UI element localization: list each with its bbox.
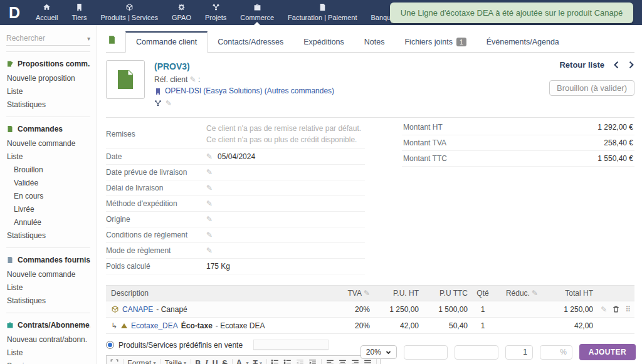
align-left-icon[interactable] xyxy=(326,359,334,364)
banner-actions: Retour liste Brouillon (à valider) xyxy=(549,60,634,109)
object-picto-icon xyxy=(107,35,117,46)
sidebar-item-propositions-statistiques[interactable]: Statistiques xyxy=(6,98,90,111)
underline-button[interactable]: U xyxy=(213,359,218,364)
nav-projets[interactable]: Projets xyxy=(198,0,233,25)
outdent-icon[interactable] xyxy=(296,359,304,364)
edit-pencil-icon[interactable]: ✎ xyxy=(206,231,213,239)
sidebar-item-fournisseurs-nouvelle-commande[interactable]: Nouvelle commande xyxy=(6,268,90,281)
product-search-input[interactable] xyxy=(253,340,329,350)
sidebar-item-validee[interactable]: Validée xyxy=(6,176,90,189)
field-label: Date prévue de livraison xyxy=(106,168,206,177)
sidebar-item-contrats-liste[interactable]: Liste xyxy=(6,346,90,359)
nav-accueil[interactable]: Accueil xyxy=(29,0,65,25)
edit-pencil-icon[interactable]: ✎ xyxy=(206,168,213,177)
remove-format-button[interactable]: Tx xyxy=(253,359,262,364)
sidebar-item-propositions-liste[interactable]: Liste xyxy=(6,85,90,98)
size-dropdown[interactable]: Taille▾ xyxy=(165,359,186,364)
field-montant-tva: Montant TVA 258,40 € xyxy=(402,135,634,151)
sidebar-item-nouvelle-commande[interactable]: Nouvelle commande xyxy=(6,137,90,150)
search-input[interactable] xyxy=(6,34,75,43)
back-to-list-link[interactable]: Retour liste xyxy=(559,60,604,70)
edit-pencil-icon[interactable]: ✎ xyxy=(206,184,213,192)
text-color-button[interactable]: A xyxy=(236,359,242,364)
align-right-icon[interactable] xyxy=(351,359,359,364)
sidebar-item-brouillon[interactable]: Brouillon xyxy=(6,163,90,176)
object-banner: (PROV3) Réf. client ✎ : OPEN-DSI (Easya … xyxy=(106,60,634,109)
sidebar-section-label: Contrats/Abonneme... xyxy=(18,321,90,330)
sidebar-item-annulee[interactable]: Annulée xyxy=(6,216,90,229)
trash-icon[interactable] xyxy=(612,305,620,313)
line-qty: 1 xyxy=(468,305,498,314)
edit-pencil-icon[interactable]: ✎ xyxy=(206,199,213,208)
chevron-left-icon[interactable] xyxy=(613,61,619,69)
edit-pencil-icon[interactable]: ✎ xyxy=(206,152,213,161)
nav-facturation-paiement[interactable]: Facturation | Paiement xyxy=(281,0,364,25)
edit-pencil-icon[interactable]: ✎ xyxy=(601,305,607,314)
sidebar-search[interactable]: ▾ xyxy=(6,34,90,46)
sidebar-item-nouveau-contrat[interactable]: Nouveau contrat/abonn. xyxy=(6,333,90,346)
col-reduc: Réduc.✎ xyxy=(498,289,538,298)
line-label: - Ecotaxe DEA xyxy=(216,321,265,330)
tab-expeditions[interactable]: Expéditions xyxy=(293,33,354,52)
tab-contacts-adresses[interactable]: Contacts/Adresses xyxy=(208,33,293,52)
edit-pencil-icon[interactable]: ✎ xyxy=(166,98,172,110)
edit-pencil-icon[interactable]: ✎ xyxy=(206,215,213,224)
predefined-product-radio[interactable] xyxy=(106,341,114,349)
field-label: Date xyxy=(106,152,206,161)
edit-pencil-icon[interactable]: ✎ xyxy=(364,289,370,298)
drag-handle-icon[interactable]: ⠿ xyxy=(625,305,631,314)
bold-button[interactable]: B xyxy=(195,359,201,364)
sidebar-section-commandes-fournisseurs[interactable]: Commandes fournis... xyxy=(6,254,90,268)
price-ht-input[interactable] xyxy=(404,345,448,360)
tab-commande-client[interactable]: Commande client xyxy=(125,31,208,53)
sidebar-item-fournisseurs-liste[interactable]: Liste xyxy=(6,281,90,294)
format-dropdown[interactable]: Format▾ xyxy=(127,359,155,364)
edit-pencil-icon[interactable]: ✎ xyxy=(206,246,213,255)
product-link[interactable]: Ecotaxe_DEA xyxy=(131,321,178,330)
lines-header-row: Description TVA✎ P.U. HT P.U TTC Qté Réd… xyxy=(106,285,634,301)
object-photo xyxy=(106,60,145,99)
sidebar-section-contrats[interactable]: Contrats/Abonneme... xyxy=(6,319,90,333)
tab-evenements-agenda[interactable]: Événements/Agenda xyxy=(476,33,569,52)
sidebar-section-commandes[interactable]: Commandes xyxy=(6,123,90,137)
vat-select[interactable]: 20% xyxy=(360,345,397,359)
tab-fichiers-joints[interactable]: Fichiers joints1 xyxy=(394,33,476,52)
indent-icon[interactable] xyxy=(308,359,317,364)
sidebar-item-commandes-liste[interactable]: Liste xyxy=(6,150,90,163)
ref-client-colon: : xyxy=(198,75,200,84)
price-ttc-input[interactable] xyxy=(455,345,498,360)
nav-gpao[interactable]: GPAO xyxy=(165,0,198,25)
nav-label: Projets xyxy=(205,14,226,21)
sidebar-section-propositions[interactable]: Propositions comm... xyxy=(6,58,90,71)
nav-tiers[interactable]: Tiers xyxy=(65,0,93,25)
app-logo[interactable]: D xyxy=(0,0,29,25)
sidebar-item-contrats-services[interactable]: Services xyxy=(6,359,90,364)
field-montant-ttc: Montant TTC 1 550,40 € xyxy=(402,151,634,167)
field-origine: Origine ✎ xyxy=(106,212,365,227)
chevron-down-icon[interactable]: ▾ xyxy=(87,35,90,42)
nav-produits-services[interactable]: Produits | Services xyxy=(94,0,166,25)
edit-pencil-icon[interactable]: ✎ xyxy=(532,289,538,298)
product-link[interactable]: CANAPE xyxy=(122,305,153,314)
nav-commerce[interactable]: Commerce xyxy=(233,0,281,25)
company-icon xyxy=(154,88,162,95)
chevron-right-icon[interactable] xyxy=(628,61,634,69)
thirdparty-link[interactable]: OPEN-DSI (Easya Solutions) (Autres comma… xyxy=(165,85,334,97)
ordered-list-icon[interactable] xyxy=(271,359,279,364)
left-sidebar: ▾ Propositions comm... Nouvelle proposit… xyxy=(0,25,97,364)
sidebar-item-en-cours[interactable]: En cours xyxy=(6,189,90,202)
qty-input[interactable] xyxy=(505,345,533,360)
reduc-input[interactable] xyxy=(540,345,572,360)
bullet-list-icon[interactable] xyxy=(283,359,292,364)
edit-pencil-icon[interactable]: ✎ xyxy=(190,75,196,84)
align-center-icon[interactable] xyxy=(339,359,347,364)
sidebar-item-livree[interactable]: Livrée xyxy=(6,202,90,216)
sidebar-item-commandes-statistiques[interactable]: Statistiques xyxy=(6,229,90,242)
strikethrough-button[interactable]: S xyxy=(223,359,228,364)
italic-button[interactable]: I xyxy=(205,358,208,364)
add-line-button[interactable]: AJOUTER xyxy=(579,344,636,360)
sidebar-item-nouvelle-proposition[interactable]: Nouvelle proposition xyxy=(6,71,90,85)
sidebar-item-fournisseurs-statistiques[interactable]: Statistiques xyxy=(6,294,90,307)
maximize-icon[interactable] xyxy=(110,359,118,364)
tab-notes[interactable]: Notes xyxy=(354,33,395,52)
